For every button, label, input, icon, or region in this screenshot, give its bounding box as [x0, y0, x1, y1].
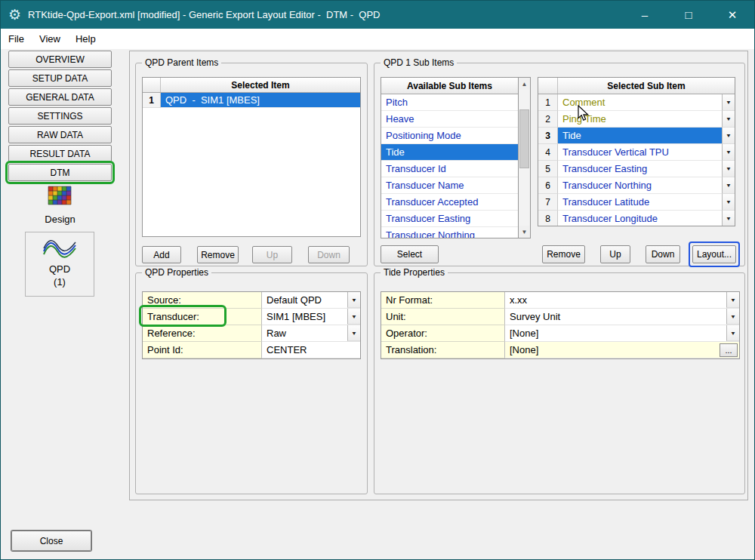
row-number: 4 [538, 144, 558, 161]
row-number: 6 [538, 177, 558, 194]
window-controls: – □ ✕ [623, 1, 754, 29]
close-window-button[interactable]: ✕ [710, 1, 754, 29]
dropdown-arrow-icon[interactable]: ▼ [722, 128, 735, 144]
point-id-field[interactable]: CENTER [262, 342, 360, 358]
design-label[interactable]: Design [8, 214, 112, 225]
translation-field[interactable]: [None] ... [505, 342, 739, 358]
dropdown-arrow-icon[interactable]: ▼ [722, 211, 735, 226]
available-item-heave[interactable]: Heave [381, 111, 518, 128]
reference-label: Reference: [143, 325, 262, 342]
group-tide-properties: Tide Properties Nr Format: x.xx ▼ Unit: … [374, 272, 745, 494]
available-item-transducer-id[interactable]: Transducer Id [381, 161, 518, 177]
sub-item-row[interactable]: 4 Transducer Vertical TPU ▼ [538, 144, 735, 161]
tide-properties-grid: Nr Format: x.xx ▼ Unit: Survey Unit ▼ Op… [381, 291, 740, 359]
sub-item-row[interactable]: 8 Transducer Longitude ▼ [538, 211, 735, 226]
group-title: QPD Parent Items [142, 57, 221, 68]
sub-item-value[interactable]: Tide [558, 128, 722, 144]
sidebar-button-overview[interactable]: OVERVIEW [8, 51, 112, 68]
sidebar-button-settings[interactable]: SETTINGS [8, 107, 112, 125]
group-title: Tide Properties [381, 267, 448, 278]
dropdown-arrow-icon[interactable]: ▼ [726, 292, 739, 308]
dropdown-arrow-icon[interactable]: ▼ [722, 144, 735, 161]
row-number: 8 [538, 211, 558, 226]
dropdown-arrow-icon[interactable]: ▼ [726, 309, 739, 325]
remove-sub-button[interactable]: Remove [542, 245, 585, 263]
menu-help[interactable]: Help [68, 29, 103, 49]
point-id-value: CENTER [262, 344, 360, 355]
sub-item-row[interactable]: 6 Transducer Northing ▼ [538, 177, 735, 194]
available-list-scrollbar[interactable]: ▲ ▼ [518, 77, 531, 238]
scroll-up-icon[interactable]: ▲ [519, 78, 530, 90]
available-header: Available Sub Items [381, 78, 518, 94]
row-number: 1 [538, 94, 558, 111]
selected-sub-items-table: Selected Sub Item 1 Comment ▼ 2 Ping Tim… [538, 77, 735, 226]
translation-ellipsis-button[interactable]: ... [720, 343, 738, 357]
available-item-positioning-mode[interactable]: Positioning Mode [381, 128, 518, 144]
transducer-select[interactable]: SIM1 [MBES] ▼ [262, 309, 360, 325]
sidebar-button-raw-data[interactable]: RAW DATA [8, 126, 112, 143]
sidebar-button-setup-data[interactable]: SETUP DATA [8, 69, 112, 87]
dropdown-arrow-icon[interactable]: ▼ [722, 161, 735, 177]
unit-label: Unit: [381, 309, 505, 325]
mouse-cursor-icon [576, 105, 591, 122]
dropdown-arrow-icon[interactable]: ▼ [347, 309, 360, 325]
sub-item-value[interactable]: Transducer Northing [558, 177, 722, 194]
row-number-header [538, 78, 558, 94]
unit-select[interactable]: Survey Unit ▼ [505, 309, 739, 325]
dropdown-arrow-icon[interactable]: ▼ [722, 111, 735, 128]
close-button[interactable]: Close [11, 531, 91, 551]
group-qpd-properties: QPD Properties Source: Default QPD ▼ Tra… [135, 272, 368, 494]
available-item-transducer-easting[interactable]: Transducer Easting [381, 211, 518, 227]
dropdown-arrow-icon[interactable]: ▼ [722, 94, 735, 111]
sub-item-row[interactable]: 1 Comment ▼ [538, 94, 735, 111]
property-row-unit: Unit: Survey Unit ▼ [381, 309, 739, 325]
sub-item-row[interactable]: 2 Ping Time ▼ [538, 111, 735, 128]
scrollbar-thumb[interactable] [519, 109, 529, 168]
group-qpd-parent-items: QPD Parent Items Selected Item 1 QPD - S… [135, 63, 368, 266]
available-item-tide[interactable]: Tide [381, 144, 518, 161]
menu-file[interactable]: File [1, 29, 32, 49]
sidebar-button-result-data[interactable]: RESULT DATA [8, 145, 112, 162]
available-item-transducer-accepted[interactable]: Transducer Accepted [381, 194, 518, 211]
remove-parent-button[interactable]: Remove [197, 246, 239, 263]
operator-select[interactable]: [None] ▼ [505, 325, 739, 342]
sub-item-row[interactable]: 7 Transducer Latitude ▼ [538, 194, 735, 211]
dropdown-arrow-icon[interactable]: ▼ [347, 325, 360, 341]
sub-item-value[interactable]: Transducer Longitude [558, 211, 722, 226]
minimize-button[interactable]: – [623, 1, 667, 29]
sub-item-row-selected[interactable]: 3 Tide ▼ [538, 128, 735, 144]
down-sub-button[interactable]: Down [646, 245, 680, 263]
sub-item-value[interactable]: Transducer Latitude [558, 194, 722, 211]
maximize-button[interactable]: □ [667, 1, 710, 29]
select-button[interactable]: Select [381, 245, 439, 263]
parent-table-header: Selected Item [143, 78, 360, 93]
reference-select[interactable]: Raw ▼ [262, 325, 360, 342]
parent-items-table: Selected Item 1 QPD - SIM1 [MBES] [142, 77, 361, 237]
scroll-down-icon[interactable]: ▼ [519, 226, 530, 238]
sidebar-button-general-data[interactable]: GENERAL DATA [8, 88, 112, 106]
source-select[interactable]: Default QPD ▼ [262, 292, 360, 309]
qpd-count: (1) [54, 276, 66, 288]
add-button[interactable]: Add [142, 246, 181, 263]
dropdown-arrow-icon[interactable]: ▼ [722, 177, 735, 194]
dropdown-arrow-icon[interactable]: ▼ [726, 325, 739, 341]
menu-view[interactable]: View [32, 29, 68, 49]
sub-item-value[interactable]: Transducer Easting [558, 161, 722, 177]
nr-format-select[interactable]: x.xx ▼ [505, 292, 739, 309]
qpd-file-item[interactable]: QPD (1) [25, 232, 94, 297]
sub-item-row[interactable]: 5 Transducer Easting ▼ [538, 161, 735, 177]
available-item-transducer-northing[interactable]: Transducer Northing [381, 227, 518, 238]
dropdown-arrow-icon[interactable]: ▼ [722, 194, 735, 211]
selected-item-header: Selected Item [161, 78, 360, 92]
parent-item-row[interactable]: 1 QPD - SIM1 [MBES] [143, 93, 360, 108]
available-item-pitch[interactable]: Pitch [381, 94, 518, 111]
reference-value: Raw [262, 328, 347, 339]
parent-item-value[interactable]: QPD - SIM1 [MBES] [161, 93, 360, 108]
dropdown-arrow-icon[interactable]: ▼ [347, 292, 360, 308]
design-dtm-icon[interactable] [48, 185, 72, 211]
available-item-transducer-name[interactable]: Transducer Name [381, 177, 518, 194]
up-sub-button[interactable]: Up [600, 245, 630, 263]
qpd-wave-icon [42, 238, 77, 260]
selected-sub-item-header: Selected Sub Item [558, 78, 735, 94]
sub-item-value[interactable]: Transducer Vertical TPU [558, 144, 722, 161]
